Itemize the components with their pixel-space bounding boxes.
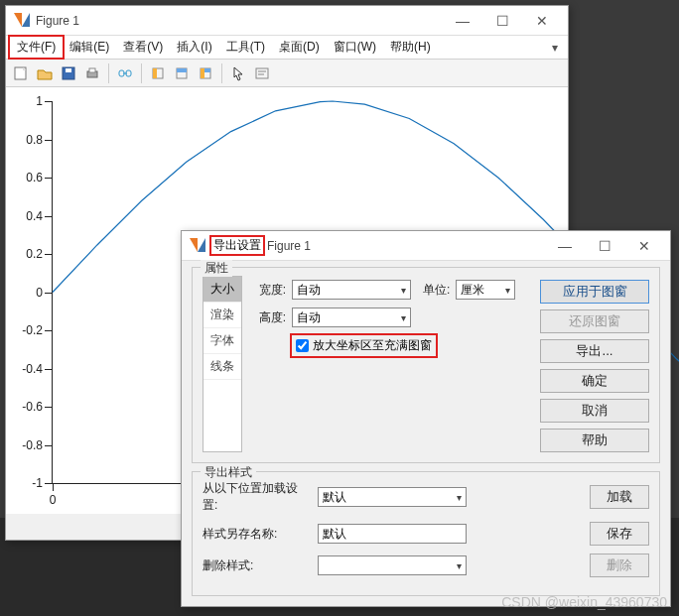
expand-axes-checkbox[interactable] <box>296 339 309 352</box>
chevron-down-icon: ▾ <box>401 285 406 296</box>
dock-icon-2[interactable] <box>171 62 193 84</box>
restore-figure-button[interactable]: 还原图窗 <box>540 309 649 333</box>
menu-tools[interactable]: 工具(T) <box>219 37 272 58</box>
unit-combo[interactable]: 厘米 ▾ <box>456 280 515 300</box>
y-tick <box>45 407 53 408</box>
new-figure-icon[interactable] <box>10 62 32 84</box>
tab-line[interactable]: 线条 <box>204 354 241 380</box>
chevron-down-icon: ▾ <box>505 285 510 296</box>
dialog-title-target: Figure 1 <box>267 239 545 253</box>
y-tick-label: 1 <box>36 94 43 108</box>
menu-help[interactable]: 帮助(H) <box>383 37 438 58</box>
y-tick-label: 0.8 <box>26 133 43 147</box>
tab-font[interactable]: 字体 <box>204 328 241 354</box>
dialog-close-button[interactable]: ✕ <box>624 232 664 260</box>
dialog-title-prefix: 导出设置 <box>211 237 263 254</box>
chevron-down-icon: ▾ <box>457 560 462 571</box>
export-style-legend: 导出样式 <box>201 464 256 481</box>
insert-text-icon[interactable] <box>251 62 273 84</box>
delete-style-label: 删除样式: <box>203 557 312 574</box>
width-combo[interactable]: 自动 ▾ <box>292 280 411 300</box>
svg-rect-15 <box>256 68 268 78</box>
delete-style-combo[interactable]: ▾ <box>318 555 467 575</box>
svg-rect-2 <box>66 68 71 72</box>
menu-edit[interactable]: 编辑(E) <box>63 37 116 58</box>
unit-label: 单位: <box>423 282 450 299</box>
chevron-down-icon: ▾ <box>401 312 406 323</box>
y-tick <box>45 254 53 255</box>
y-tick <box>45 330 53 331</box>
expand-axes-label: 放大坐标区至充满图窗 <box>313 337 432 354</box>
open-icon[interactable] <box>34 62 56 84</box>
figure-toolbar <box>6 60 568 87</box>
y-tick-label: -0.2 <box>22 323 43 337</box>
export-setup-dialog: 导出设置 Figure 1 — ☐ ✕ 属性 大小 渲染 字体 线条 宽度: 自… <box>181 230 671 607</box>
link-icon[interactable] <box>114 62 136 84</box>
menu-overflow-icon[interactable]: ▾ <box>546 39 564 57</box>
minimize-button[interactable]: — <box>443 7 482 35</box>
figure-title: Figure 1 <box>36 14 443 28</box>
y-tick <box>45 140 53 141</box>
matlab-logo-icon <box>14 13 30 29</box>
y-tick-label: 0.6 <box>26 171 43 185</box>
figure-titlebar[interactable]: Figure 1 — ☐ ✕ <box>6 6 568 36</box>
pointer-icon[interactable] <box>227 62 249 84</box>
print-icon[interactable] <box>81 62 103 84</box>
y-tick <box>45 445 53 446</box>
properties-legend: 属性 <box>201 260 232 277</box>
dock-icon-1[interactable] <box>147 62 169 84</box>
x-tick-label: 0 <box>50 493 57 507</box>
tab-render[interactable]: 渲染 <box>204 303 241 328</box>
x-tick <box>53 483 54 491</box>
load-style-value: 默认 <box>323 489 346 506</box>
width-label: 宽度: <box>252 282 286 299</box>
save-style-value: 默认 <box>323 526 346 543</box>
menu-desktop[interactable]: 桌面(D) <box>272 37 327 58</box>
watermark: CSDN @weixin_43960730 <box>501 594 667 610</box>
load-style-combo[interactable]: 默认 ▾ <box>318 487 467 507</box>
y-tick-label: -0.6 <box>22 400 43 414</box>
y-tick-label: -1 <box>32 476 43 490</box>
help-button[interactable]: 帮助 <box>540 429 649 452</box>
ok-button[interactable]: 确定 <box>540 369 649 393</box>
unit-value: 厘米 <box>461 282 484 299</box>
close-button[interactable]: ✕ <box>522 7 562 35</box>
dialog-maximize-button[interactable]: ☐ <box>585 232 624 260</box>
save-button[interactable]: 保存 <box>590 522 649 546</box>
property-tabs: 大小 渲染 字体 线条 <box>203 276 242 452</box>
export-style-group: 导出样式 从以下位置加载设置: 默认 ▾ 加载 样式另存名称: 默认 保存 删除… <box>192 471 660 596</box>
cancel-button[interactable]: 取消 <box>540 399 649 423</box>
menu-insert[interactable]: 插入(I) <box>170 37 218 58</box>
dialog-minimize-button[interactable]: — <box>545 232 585 260</box>
y-tick <box>45 178 53 179</box>
svg-rect-9 <box>153 68 157 78</box>
dialog-titlebar[interactable]: 导出设置 Figure 1 — ☐ ✕ <box>182 231 670 261</box>
height-value: 自动 <box>297 309 321 326</box>
svg-rect-4 <box>89 68 95 72</box>
y-tick <box>45 293 53 294</box>
height-label: 高度: <box>252 309 286 326</box>
load-from-label: 从以下位置加载设置: <box>203 480 312 514</box>
svg-rect-11 <box>177 68 187 72</box>
load-button[interactable]: 加载 <box>590 485 649 509</box>
y-tick-label: -0.4 <box>22 362 43 376</box>
dock-icon-3[interactable] <box>195 62 216 84</box>
menu-file[interactable]: 文件(F) <box>10 37 63 58</box>
matlab-logo-icon <box>190 238 205 254</box>
menu-window[interactable]: 窗口(W) <box>327 37 383 58</box>
y-tick-label: -0.8 <box>22 438 43 452</box>
delete-button[interactable]: 删除 <box>590 554 649 577</box>
apply-to-figure-button[interactable]: 应用于图窗 <box>540 280 649 304</box>
save-icon[interactable] <box>58 62 79 84</box>
properties-group: 属性 大小 渲染 字体 线条 宽度: 自动 ▾ 单位: 厘米 ▾ <box>192 267 660 463</box>
tab-size[interactable]: 大小 <box>204 277 241 303</box>
maximize-button[interactable]: ☐ <box>482 7 522 35</box>
height-combo[interactable]: 自动 ▾ <box>292 308 411 327</box>
expand-axes-checkbox-row[interactable]: 放大坐标区至充满图窗 <box>292 335 436 356</box>
export-button[interactable]: 导出... <box>540 339 649 363</box>
y-tick-label: 0.2 <box>26 247 43 261</box>
menu-view[interactable]: 查看(V) <box>116 37 170 58</box>
y-tick <box>45 216 53 217</box>
save-style-input[interactable]: 默认 <box>318 524 467 544</box>
chevron-down-icon: ▾ <box>457 492 462 503</box>
